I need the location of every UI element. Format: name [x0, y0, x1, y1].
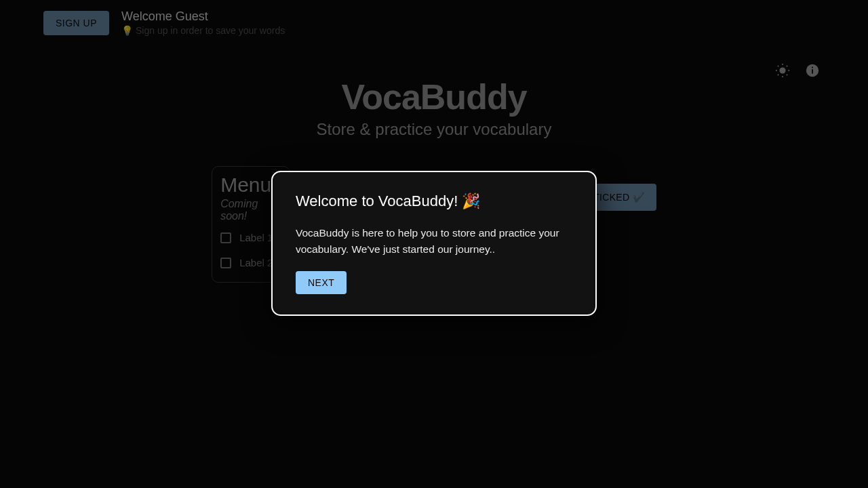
modal-body: VocaBuddy is here to help you to store a… [296, 225, 572, 258]
next-button[interactable]: NEXT [296, 271, 347, 294]
welcome-modal: Welcome to VocaBuddy! 🎉 VocaBuddy is her… [271, 171, 597, 316]
modal-title: Welcome to VocaBuddy! 🎉 [296, 192, 572, 210]
